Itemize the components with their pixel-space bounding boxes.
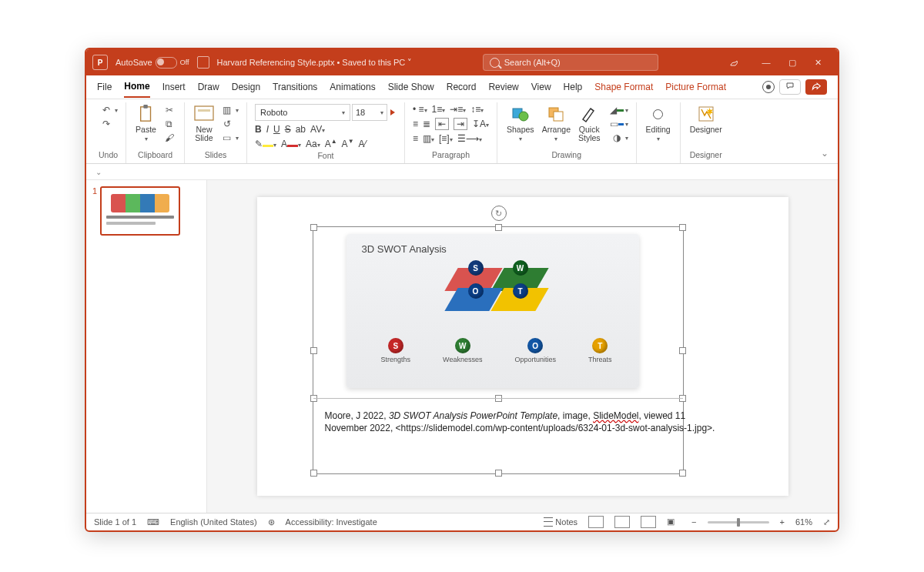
italic-button[interactable]: I (266, 124, 269, 135)
font-name-select[interactable]: Roboto▾ (255, 104, 350, 121)
share-button[interactable] (805, 79, 827, 95)
tab-home[interactable]: Home (124, 76, 149, 98)
tab-slideshow[interactable]: Slide Show (388, 77, 434, 97)
zoom-in-button[interactable]: + (780, 517, 785, 527)
app-icon: P (92, 55, 108, 70)
editing-button[interactable]: Editing▾ (644, 104, 672, 142)
autosave-toggle[interactable]: AutoSave Off (116, 57, 189, 69)
zoom-out-button[interactable]: − (691, 517, 696, 527)
smartart-button[interactable]: ☰⟶▾ (457, 133, 482, 144)
align-text-button[interactable]: [≡]▾ (439, 133, 453, 144)
list-level-button[interactable]: ⇥≡▾ (450, 104, 466, 115)
numbering-button[interactable]: 1≡▾ (432, 104, 446, 115)
camera-record-icon[interactable] (762, 81, 775, 93)
underline-button[interactable]: U (273, 124, 280, 135)
highlight-button[interactable]: ✎▾ (255, 139, 276, 149)
tab-record[interactable]: Record (447, 77, 477, 97)
line-spacing-button[interactable]: ↕≡▾ (470, 104, 484, 115)
shape-fill-icon[interactable]: ◢ (610, 104, 624, 116)
language-indicator[interactable]: English (United States) (170, 517, 257, 527)
document-title[interactable]: Harvard Referencing Style.pptx • Saved t… (217, 58, 413, 68)
section-icon[interactable]: ▭ (220, 132, 234, 144)
designer-button[interactable]: Designer (688, 104, 724, 134)
lang-icon: ⌨ (147, 517, 159, 527)
bullets-button[interactable]: • ≡▾ (413, 104, 427, 115)
font-size-select[interactable]: 18▾ (352, 104, 387, 121)
shape-effects-icon[interactable]: ◑ (610, 132, 624, 144)
tab-animations[interactable]: Animations (330, 77, 375, 97)
slide-thumbnail-panel[interactable]: 1 (86, 180, 207, 513)
rotate-handle-icon[interactable]: ↻ (491, 206, 507, 221)
arrange-button[interactable]: Arrange▾ (541, 104, 572, 142)
strike-button[interactable]: S (285, 124, 291, 135)
cut-icon[interactable]: ✂ (162, 104, 176, 116)
slideshow-view-button[interactable]: ▣ (667, 517, 681, 527)
normal-view-button[interactable] (588, 516, 604, 528)
swot-image[interactable]: 3D SWOT Analysis S W O T SStrengths WWea… (346, 234, 639, 388)
comments-button[interactable] (779, 79, 801, 95)
reading-view-button[interactable] (641, 516, 656, 528)
tab-file[interactable]: File (97, 77, 112, 97)
save-icon[interactable] (197, 56, 209, 69)
group-editing: Editing▾ Editing (637, 102, 681, 163)
draw-mode-icon[interactable] (728, 56, 745, 69)
format-painter-icon[interactable]: 🖌 (162, 132, 176, 144)
change-case-button[interactable]: Aa▾ (306, 139, 320, 149)
qat-dropdown-icon[interactable]: ⌄ (95, 168, 102, 176)
align-justify-button[interactable]: ≡ (413, 133, 418, 144)
citation-text[interactable]: Moore, J 2022, 3D SWOT Analysis PowerPoi… (325, 410, 727, 434)
tab-shape-format[interactable]: Shape Format (594, 77, 653, 97)
search-input[interactable]: Search (Alt+Q) (483, 54, 658, 71)
notes-button[interactable]: Notes (544, 517, 578, 527)
zoom-slider[interactable] (708, 521, 769, 523)
shadow-button[interactable]: ab (296, 124, 306, 135)
new-slide-button[interactable]: New Slide (192, 104, 216, 142)
tab-transitions[interactable]: Transitions (273, 77, 317, 97)
ribbon-collapse-chevron-icon[interactable]: ⌄ (821, 148, 829, 159)
slide-editor[interactable]: ↻ 3D SWOT Analysis (207, 180, 838, 513)
paste-button[interactable]: Paste ▾ (134, 104, 158, 142)
tab-picture-format[interactable]: Picture Format (665, 77, 726, 97)
undo-icon[interactable]: ↶ (99, 104, 113, 116)
decrease-indent-button[interactable]: ⇤ (435, 118, 449, 130)
quick-styles-button[interactable]: Quick Styles (577, 104, 602, 142)
slide-canvas[interactable]: ↻ 3D SWOT Analysis (257, 197, 788, 496)
char-spacing-button[interactable]: AV▾ (310, 124, 325, 135)
text-direction-button[interactable]: ↧A▾ (472, 119, 489, 129)
align-center-button[interactable]: ≣ (423, 119, 430, 129)
close-button[interactable]: ✕ (805, 52, 832, 73)
tab-design[interactable]: Design (232, 77, 260, 97)
accessibility-indicator[interactable]: Accessibility: Investigate (286, 517, 377, 527)
columns-button[interactable]: ▥▾ (423, 133, 434, 144)
slide-thumbnail-1[interactable] (100, 186, 180, 236)
reset-icon[interactable]: ↺ (220, 118, 234, 130)
shrink-font-button[interactable]: A▼ (342, 138, 354, 149)
toggle-icon (156, 57, 177, 69)
copy-icon[interactable]: ⧉ (162, 118, 176, 130)
increase-indent-icon[interactable] (390, 109, 395, 115)
align-left-button[interactable]: ≡ (413, 119, 418, 129)
tab-draw[interactable]: Draw (198, 77, 219, 97)
shape-outline-icon[interactable]: ▭ (610, 118, 624, 130)
svg-rect-1 (143, 105, 148, 109)
grow-font-button[interactable]: A▲ (325, 138, 337, 149)
font-color-button[interactable]: A▾ (281, 139, 301, 149)
tab-insert[interactable]: Insert (162, 77, 186, 97)
redo-icon[interactable]: ↷ (99, 118, 113, 130)
shapes-button[interactable]: Shapes▾ (505, 104, 536, 142)
thumbnail-number: 1 (92, 186, 97, 236)
fit-window-button[interactable]: ⤢ (823, 517, 830, 527)
sorter-view-button[interactable] (614, 516, 630, 528)
increase-indent-button[interactable]: ⇥ (454, 118, 467, 130)
tab-help[interactable]: Help (564, 77, 583, 97)
zoom-level[interactable]: 61% (795, 517, 812, 527)
tab-view[interactable]: View (531, 77, 551, 97)
slide-indicator[interactable]: Slide 1 of 1 (94, 517, 136, 527)
layout-icon[interactable]: ▥ (220, 104, 234, 116)
group-label-undo: Undo (99, 149, 118, 162)
minimize-button[interactable]: — (753, 52, 779, 73)
bold-button[interactable]: B (255, 124, 262, 135)
maximize-button[interactable]: ▢ (779, 52, 805, 73)
clear-format-button[interactable]: A⁄ (359, 139, 367, 149)
tab-review[interactable]: Review (488, 77, 518, 97)
